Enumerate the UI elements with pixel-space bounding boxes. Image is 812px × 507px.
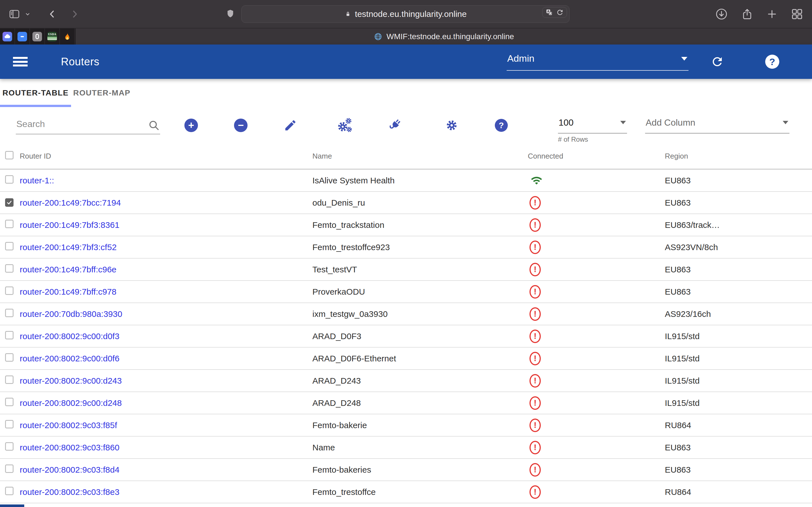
- pinned-tab-usda[interactable]: USDA: [45, 29, 60, 45]
- privacy-shield-icon[interactable]: [225, 8, 235, 20]
- row-checkbox[interactable]: [5, 220, 13, 228]
- active-tab-indicator: [0, 105, 71, 107]
- select-all-checkbox[interactable]: [5, 151, 13, 159]
- back-icon[interactable]: [47, 8, 57, 20]
- row-checkbox[interactable]: [5, 487, 13, 495]
- app-header: Routers Admin ?: [0, 45, 812, 79]
- downloads-icon[interactable]: [715, 8, 728, 20]
- search-input[interactable]: [16, 117, 160, 134]
- pinned-tab-cloud[interactable]: [0, 29, 15, 45]
- router-id-link[interactable]: router-200:8002:9c00:d0f3: [20, 332, 119, 341]
- lock-icon: [344, 10, 352, 18]
- error-glyph: !: [534, 443, 537, 452]
- router-region: EU863: [665, 443, 812, 452]
- remove-router-button[interactable]: −: [228, 112, 254, 138]
- menu-icon[interactable]: [13, 57, 28, 66]
- row-checkbox[interactable]: [5, 198, 13, 207]
- add-column-select[interactable]: Add Column: [645, 117, 790, 133]
- column-header-region[interactable]: Region: [665, 152, 812, 161]
- router-name: Femto_trestoffce: [312, 487, 528, 497]
- refresh-icon[interactable]: [711, 55, 724, 68]
- row-checkbox[interactable]: [5, 331, 13, 339]
- row-checkbox[interactable]: [5, 286, 13, 295]
- row-checkbox[interactable]: [5, 242, 13, 250]
- table-row: router-200:8002:9c00:d0f3 ARAD_D0F3 ! IL…: [0, 325, 812, 348]
- plug-icon: [385, 115, 405, 135]
- help-icon[interactable]: ?: [765, 55, 779, 69]
- advanced-settings-button[interactable]: [332, 112, 358, 138]
- new-tab-icon[interactable]: [766, 8, 777, 20]
- translate-icon[interactable]: [545, 8, 553, 16]
- router-id-link[interactable]: router-200:8002:9c03:f8e3: [20, 487, 119, 497]
- table-row: router-200:8002:9c03:f8e3 Femto_trestoff…: [0, 481, 812, 503]
- pinned-tab-docs[interactable]: [15, 29, 30, 45]
- error-icon: !: [529, 330, 541, 343]
- forward-icon[interactable]: [69, 8, 80, 20]
- tab-title: WMIF:testnode.eu.thingularity.online: [387, 32, 514, 41]
- error-glyph: !: [534, 332, 537, 340]
- error-glyph: !: [534, 221, 537, 229]
- column-header-name[interactable]: Name: [312, 152, 528, 161]
- docs-app-icon: [17, 32, 27, 41]
- router-id-link[interactable]: router-200:1c49:7bff:c978: [20, 287, 116, 296]
- caret-down-icon: [620, 121, 626, 124]
- router-region: IL915/std: [665, 376, 812, 386]
- settings-button[interactable]: [439, 112, 465, 138]
- rows-per-page-select[interactable]: 100 # of Rows: [558, 117, 627, 133]
- column-header-router-id[interactable]: Router ID: [20, 152, 312, 161]
- tab-router-map[interactable]: ROUTER-MAP: [71, 79, 133, 107]
- pinned-tab-firebase[interactable]: [60, 29, 75, 45]
- table-toolbar: + −: [0, 107, 812, 144]
- error-glyph: !: [534, 376, 537, 385]
- router-name: Femto-bakerie: [312, 420, 528, 430]
- add-column-placeholder: Add Column: [646, 117, 695, 128]
- error-icon: !: [529, 263, 541, 276]
- sidebar-toggle-icon[interactable]: [8, 8, 21, 20]
- row-checkbox[interactable]: [5, 175, 13, 184]
- error-glyph: !: [534, 399, 537, 407]
- column-header-connected[interactable]: Connected: [528, 152, 665, 161]
- tab-overview-icon[interactable]: [791, 8, 804, 20]
- error-icon: !: [529, 307, 541, 321]
- router-id-link[interactable]: router-200:70db:980a:3930: [20, 309, 122, 319]
- row-checkbox[interactable]: [5, 353, 13, 362]
- error-glyph: !: [534, 243, 537, 251]
- table-help-button[interactable]: ?: [488, 112, 514, 138]
- router-name: Femto_trackstation: [312, 220, 528, 230]
- row-checkbox[interactable]: [5, 264, 13, 273]
- reload-icon[interactable]: [556, 8, 564, 16]
- router-id-link[interactable]: router-200:8002:9c00:d0f6: [20, 354, 119, 363]
- router-id-link[interactable]: router-200:8002:9c00:d248: [20, 398, 122, 407]
- row-checkbox[interactable]: [5, 398, 13, 406]
- share-icon[interactable]: [741, 7, 753, 21]
- router-id-link[interactable]: router-200:1c49:7bff:c96e: [20, 265, 116, 274]
- pinned-tab-gray[interactable]: [30, 29, 45, 45]
- add-router-button[interactable]: +: [178, 112, 204, 138]
- pinned-tabs: USDA: [0, 29, 75, 45]
- user-select[interactable]: Admin: [507, 53, 689, 71]
- usda-site-icon: USDA: [47, 32, 57, 41]
- tab-router-table[interactable]: ROUTER-TABLE: [0, 79, 71, 107]
- router-id-link[interactable]: router-1::: [20, 176, 54, 185]
- row-checkbox[interactable]: [5, 464, 13, 473]
- active-browser-tab[interactable]: WMIF:testnode.eu.thingularity.online: [75, 29, 812, 45]
- router-id-link[interactable]: router-200:1c49:7bf3:cf52: [20, 242, 117, 252]
- partial-row-peek: [0, 504, 24, 507]
- row-checkbox[interactable]: [5, 376, 13, 384]
- address-bar[interactable]: testnode.eu.thingularity.online: [241, 5, 569, 23]
- row-checkbox[interactable]: [5, 309, 13, 317]
- row-checkbox[interactable]: [5, 420, 13, 429]
- router-id-link[interactable]: router-200:8002:9c03:f860: [20, 443, 119, 452]
- router-id-link[interactable]: router-200:8002:9c00:d243: [20, 376, 122, 385]
- error-glyph: !: [534, 309, 537, 318]
- chevron-down-icon[interactable]: [24, 11, 31, 17]
- router-id-link[interactable]: router-200:8002:9c03:f85f: [20, 420, 117, 430]
- router-id-link[interactable]: router-200:1c49:7bcc:7194: [20, 198, 121, 207]
- edit-button[interactable]: [277, 112, 303, 138]
- connect-button[interactable]: [382, 112, 408, 138]
- router-id-link[interactable]: router-200:8002:9c03:f8d4: [20, 465, 119, 474]
- error-icon: !: [529, 218, 541, 232]
- row-checkbox[interactable]: [5, 442, 13, 451]
- router-id-link[interactable]: router-200:1c49:7bf3:8361: [20, 220, 119, 230]
- view-tabs: ROUTER-TABLE ROUTER-MAP: [0, 79, 812, 107]
